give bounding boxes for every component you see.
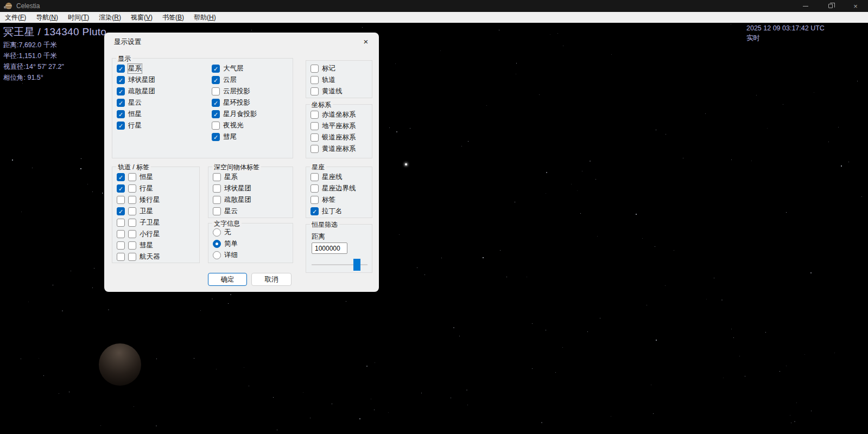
row-asteroids[interactable]: 小行星 [117, 229, 160, 239]
restore-button[interactable] [818, 0, 843, 12]
checkbox-planets[interactable]: 行星 [117, 121, 142, 130]
row-dwarf-planets[interactable]: 矮行星 [117, 195, 160, 205]
moon-charon[interactable] [99, 343, 141, 386]
minimize-button[interactable] [793, 0, 818, 12]
checkbox[interactable] [212, 133, 220, 141]
checkbox-eclipse-shadows[interactable]: 星月食投影 [212, 110, 257, 119]
checkbox[interactable] [311, 122, 319, 130]
checkbox-dso-nebulae[interactable]: 星云 [213, 207, 238, 216]
checkbox[interactable] [311, 87, 319, 95]
checkbox-latin-names[interactable]: 拉丁名 [311, 207, 343, 216]
checkbox[interactable] [311, 65, 319, 73]
checkbox[interactable] [117, 65, 125, 73]
menu-render[interactable]: 渲染(R) [94, 12, 126, 23]
radio-info-verbose[interactable]: 详细 [213, 251, 238, 260]
checkbox[interactable] [212, 87, 220, 95]
checkbox[interactable] [311, 207, 319, 215]
orbit-checkbox[interactable] [117, 219, 125, 227]
checkbox[interactable] [117, 99, 125, 107]
row-moons[interactable]: 卫星 [117, 207, 153, 216]
dialog-close-button[interactable]: × [360, 36, 371, 47]
menu-file[interactable]: 文件(F) [0, 12, 31, 23]
checkbox[interactable] [212, 76, 220, 84]
checkbox-stars[interactable]: 恒星 [117, 110, 142, 119]
checkbox-nebulae[interactable]: 星云 [117, 98, 142, 107]
checkbox-clouds[interactable]: 云层 [212, 75, 237, 85]
label-checkbox[interactable] [128, 173, 136, 181]
checkbox-constellation-borders[interactable]: 星座边界线 [311, 184, 356, 193]
label-checkbox[interactable] [128, 241, 136, 250]
checkbox-atmospheres[interactable]: 大气层 [212, 64, 244, 73]
orbit-checkbox[interactable] [117, 253, 125, 261]
row-stars[interactable]: 恒星 [117, 173, 153, 182]
checkbox-dso-galaxies[interactable]: 星系 [213, 173, 238, 182]
label-checkbox[interactable] [128, 184, 136, 193]
checkbox[interactable] [311, 173, 319, 181]
checkbox-galaxies[interactable]: 星系 [117, 64, 142, 73]
checkbox[interactable] [213, 196, 221, 204]
checkbox[interactable] [311, 133, 319, 142]
checkbox[interactable] [212, 99, 220, 107]
menu-navigation[interactable]: 导航(N) [31, 12, 63, 23]
radio-button[interactable] [213, 228, 221, 237]
label-checkbox[interactable] [128, 230, 136, 238]
ok-button[interactable]: 确定 [208, 273, 247, 286]
checkbox-cloud-shadows[interactable]: 云层投影 [212, 87, 250, 96]
checkbox[interactable] [117, 122, 125, 130]
checkbox[interactable] [117, 76, 125, 84]
checkbox-dso-globulars[interactable]: 球状星团 [213, 184, 251, 193]
orbit-checkbox[interactable] [117, 241, 125, 250]
menu-bookmarks[interactable]: 书签(B) [157, 12, 189, 23]
menu-time[interactable]: 时间(T) [63, 12, 94, 23]
checkbox[interactable] [311, 184, 319, 193]
radio-info-none[interactable]: 无 [213, 228, 231, 237]
checkbox[interactable] [311, 76, 319, 84]
row-minor-moons[interactable]: 子卫星 [117, 218, 160, 227]
checkbox-night-lights[interactable]: 夜视光 [212, 121, 244, 130]
row-comets[interactable]: 彗星 [117, 241, 153, 250]
radio-info-terse[interactable]: 简单 [213, 239, 238, 248]
checkbox-globular-clusters[interactable]: 球状星团 [117, 75, 155, 85]
radio-button[interactable] [213, 251, 221, 259]
checkbox-equatorial-grid[interactable]: 赤道坐标系 [311, 110, 356, 119]
label-checkbox[interactable] [128, 207, 136, 215]
menu-help[interactable]: 帮助(H) [189, 12, 221, 23]
close-button[interactable]: × [843, 0, 868, 12]
checkbox-dso-open-clusters[interactable]: 疏散星团 [213, 195, 251, 205]
radio-button[interactable] [213, 240, 221, 248]
cancel-button[interactable]: 取消 [251, 273, 292, 286]
orbit-checkbox[interactable] [117, 207, 125, 215]
checkbox[interactable] [212, 65, 220, 73]
label-checkbox[interactable] [128, 253, 136, 261]
checkbox-comet-tails[interactable]: 彗尾 [212, 132, 237, 142]
orbit-checkbox[interactable] [117, 184, 125, 193]
label-checkbox[interactable] [128, 219, 136, 227]
orbit-checkbox[interactable] [117, 196, 125, 204]
row-spacecraft[interactable]: 航天器 [117, 252, 160, 261]
checkbox[interactable] [117, 110, 125, 118]
orbit-checkbox[interactable] [117, 230, 125, 238]
checkbox-ecliptic-line[interactable]: 黄道线 [311, 87, 343, 96]
distance-input[interactable] [312, 242, 347, 254]
slider-thumb[interactable] [353, 259, 360, 271]
dialog-title-bar[interactable]: 显示设置 × [104, 33, 379, 50]
label-checkbox[interactable] [128, 196, 136, 204]
checkbox[interactable] [117, 87, 125, 95]
checkbox-constellation-lines[interactable]: 星座线 [311, 173, 343, 182]
checkbox-open-clusters[interactable]: 疏散星团 [117, 87, 155, 96]
distance-slider[interactable] [312, 259, 368, 270]
planet-pluto[interactable] [517, 54, 748, 285]
orbit-checkbox[interactable] [117, 173, 125, 181]
checkbox[interactable] [213, 173, 221, 181]
checkbox-markers[interactable]: 标记 [311, 64, 335, 73]
row-planets[interactable]: 行星 [117, 184, 153, 193]
checkbox-ecliptic-grid[interactable]: 黄道座标系 [311, 144, 356, 154]
checkbox[interactable] [213, 184, 221, 193]
checkbox[interactable] [213, 207, 221, 215]
menu-view[interactable]: 视窗(V) [126, 12, 157, 23]
space-viewport[interactable]: 冥王星 / 134340 Pluto 距离:7,692.0 千米 半径:1,15… [0, 23, 868, 434]
checkbox[interactable] [311, 111, 319, 119]
checkbox[interactable] [311, 145, 319, 153]
checkbox-constellation-labels[interactable]: 标签 [311, 195, 335, 205]
checkbox[interactable] [311, 196, 319, 204]
